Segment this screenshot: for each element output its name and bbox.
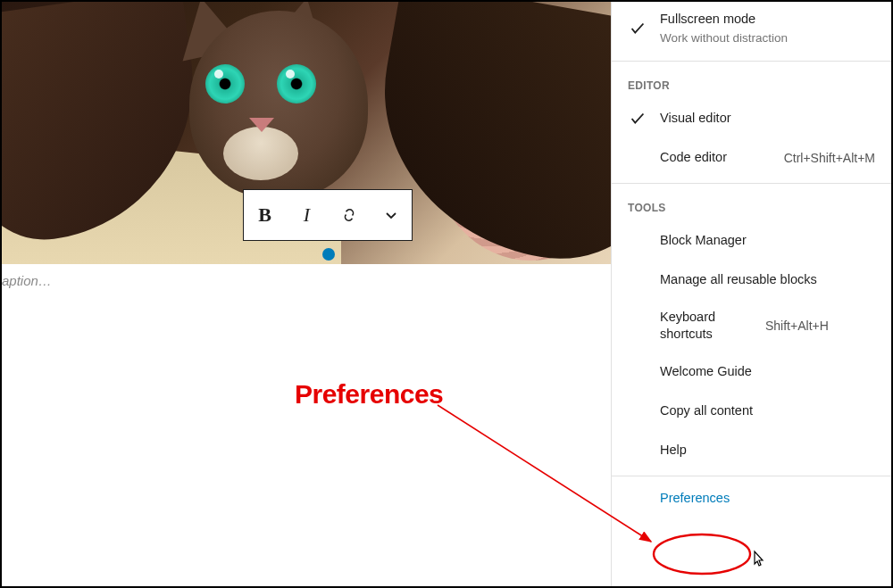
editor-canvas: B I aption… xyxy=(2,2,611,586)
menu-shortcut: Shift+Alt+H xyxy=(758,319,829,333)
menu-item-block-manager[interactable]: Block Manager xyxy=(612,221,891,261)
menu-item-preferences[interactable]: Preferences xyxy=(660,491,730,505)
divider xyxy=(612,61,891,62)
menu-label: Visual editor xyxy=(660,110,875,128)
cursor-pointer-icon xyxy=(748,550,766,571)
italic-button[interactable]: I xyxy=(286,190,328,240)
menu-item-code-editor[interactable]: Code editor Ctrl+Shift+Alt+M xyxy=(612,138,891,178)
menu-item-copy-all[interactable]: Copy all content xyxy=(612,392,891,431)
menu-label: Copy all content xyxy=(660,402,875,420)
chevron-down-icon xyxy=(382,206,400,224)
link-button[interactable] xyxy=(328,190,370,240)
menu-item-help[interactable]: Help xyxy=(612,431,891,470)
check-icon xyxy=(628,19,647,38)
menu-label: Keyboard shortcuts xyxy=(660,309,758,344)
section-heading-editor: EDITOR xyxy=(612,67,891,99)
block-toolbar: B I xyxy=(243,189,413,241)
menu-item-manage-reusable[interactable]: Manage all reusable blocks xyxy=(612,261,891,300)
menu-item-keyboard-shortcuts[interactable]: Keyboard shortcuts Shift+Alt+H xyxy=(612,300,891,352)
annotation-label: Preferences xyxy=(295,379,443,410)
menu-label: Block Manager xyxy=(660,232,875,250)
menu-label: Help xyxy=(660,442,875,460)
section-heading-tools: TOOLS xyxy=(612,189,891,221)
menu-label: Manage all reusable blocks xyxy=(660,271,875,289)
bold-button[interactable]: B xyxy=(244,190,286,240)
resize-handle[interactable] xyxy=(322,248,335,261)
menu-item-welcome-guide[interactable]: Welcome Guide xyxy=(612,352,891,392)
link-icon xyxy=(338,204,360,226)
menu-label: Welcome Guide xyxy=(660,363,875,381)
menu-label: Code editor xyxy=(660,149,777,167)
divider xyxy=(612,183,891,184)
check-icon xyxy=(628,109,647,128)
menu-shortcut: Ctrl+Shift+Alt+M xyxy=(777,151,875,165)
more-button[interactable] xyxy=(370,190,412,240)
caption-input[interactable]: aption… xyxy=(2,273,52,288)
menu-item-fullscreen[interactable]: Fullscreen mode Work without distraction xyxy=(612,2,891,55)
menu-label: Fullscreen mode xyxy=(660,11,875,29)
menu-item-visual-editor[interactable]: Visual editor xyxy=(612,99,891,138)
options-menu: Fullscreen mode Work without distraction… xyxy=(611,2,891,586)
menu-sublabel: Work without distraction xyxy=(660,30,875,46)
